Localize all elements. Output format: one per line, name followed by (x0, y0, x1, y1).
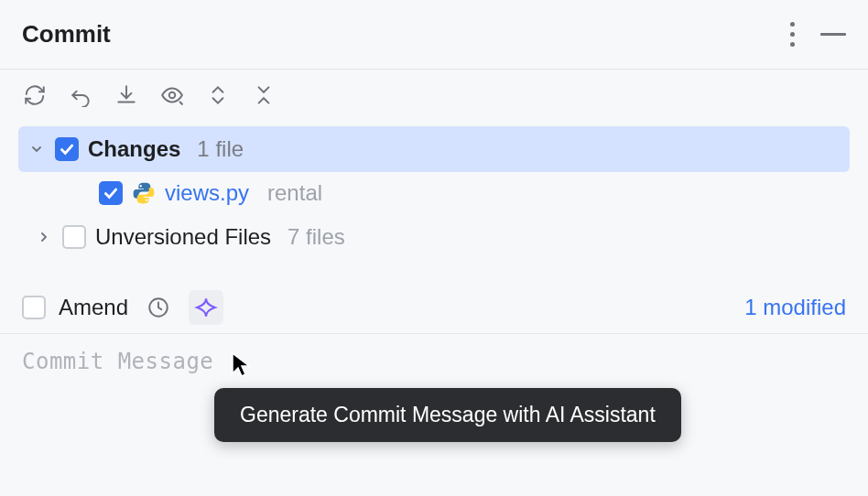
file-row[interactable]: views.py rental (18, 172, 850, 214)
modified-count-link[interactable]: 1 modified (744, 295, 846, 320)
amend-bar: Amend 1 modified (0, 282, 868, 333)
eye-icon[interactable] (159, 82, 185, 108)
kebab-menu-icon[interactable] (787, 18, 798, 50)
commit-message-placeholder: Commit Message (22, 349, 846, 374)
changes-group-header[interactable]: Changes 1 file (18, 126, 850, 172)
collapse-all-icon[interactable] (251, 82, 277, 108)
title-bar: Commit (0, 0, 868, 70)
ai-assistant-icon[interactable] (189, 290, 223, 325)
panel-title: Commit (22, 20, 787, 49)
unversioned-group-header[interactable]: Unversioned Files 7 files (18, 216, 850, 258)
refresh-icon[interactable] (22, 82, 48, 108)
file-path: rental (267, 180, 322, 206)
unversioned-label: Unversioned Files (95, 224, 271, 250)
amend-label: Amend (59, 295, 128, 320)
changes-label: Changes (88, 136, 180, 162)
changes-count: 1 file (197, 136, 244, 162)
unversioned-count: 7 files (288, 224, 345, 250)
amend-checkbox[interactable] (22, 296, 46, 319)
unversioned-checkbox[interactable] (62, 225, 86, 249)
toolbar (0, 70, 868, 121)
changes-panel: Changes 1 file views.py rental Unversion… (0, 121, 868, 265)
title-actions (787, 18, 846, 50)
chevron-down-icon[interactable] (27, 140, 46, 158)
file-checkbox[interactable] (99, 181, 123, 205)
file-name: views.py (165, 180, 249, 206)
python-file-icon (132, 181, 156, 205)
changes-checkbox[interactable] (55, 137, 79, 161)
minimize-icon[interactable] (820, 33, 846, 36)
stash-icon[interactable] (114, 82, 139, 108)
expand-all-icon[interactable] (205, 82, 231, 108)
ai-tooltip: Generate Commit Message with AI Assistan… (214, 388, 681, 442)
revert-icon[interactable] (68, 82, 93, 108)
history-icon[interactable] (141, 290, 176, 325)
chevron-right-icon[interactable] (35, 228, 53, 246)
svg-point-0 (169, 92, 176, 99)
